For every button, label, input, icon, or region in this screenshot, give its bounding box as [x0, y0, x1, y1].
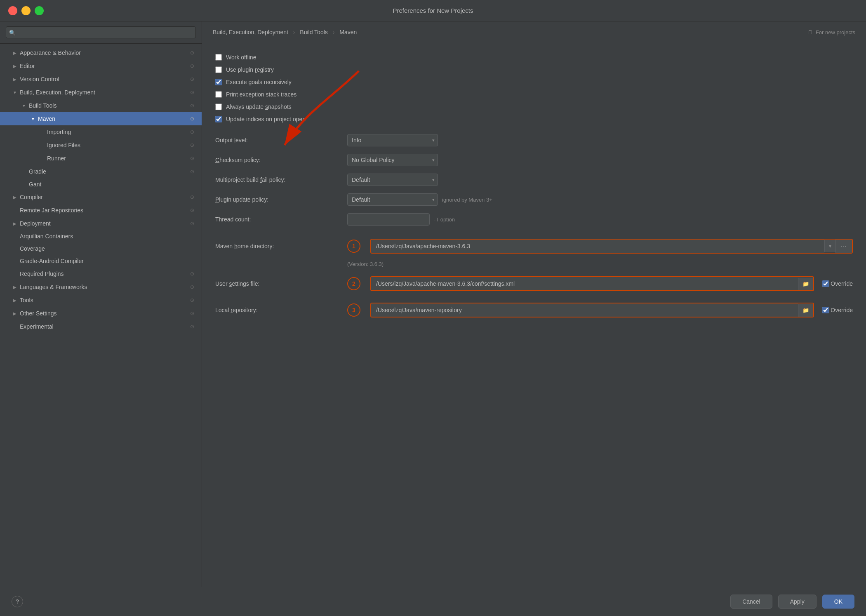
work-offline-label: Work offline	[226, 54, 256, 61]
minimize-button[interactable]	[21, 6, 31, 15]
close-button[interactable]	[8, 6, 17, 15]
sidebar-item-remote-jar[interactable]: Remote Jar Repositories ⊙	[0, 204, 202, 217]
execute-goals-row: Execute goals recursively	[215, 79, 853, 85]
sidebar-item-required-plugins[interactable]: Required Plugins ⊙	[0, 267, 202, 280]
apply-button[interactable]: Apply	[778, 595, 817, 609]
settings-icon: ⊙	[188, 128, 196, 136]
main-panel: Build, Execution, Deployment › Build Too…	[202, 21, 866, 587]
sidebar-item-editor[interactable]: ▶ Editor ⊙	[0, 59, 202, 73]
maven-home-row: Maven home directory: 1 ▾ ···	[215, 239, 853, 254]
sidebar-item-coverage[interactable]: Coverage	[0, 242, 202, 255]
settings-icon: ⊙	[188, 296, 196, 304]
plugin-registry-row: Use plugin registry	[215, 66, 853, 73]
sidebar-item-importing[interactable]: Importing ⊙	[0, 125, 202, 139]
maven-home-input[interactable]	[371, 240, 824, 253]
sidebar-item-runner[interactable]: Runner ⊙	[0, 152, 202, 165]
sidebar-item-deployment[interactable]: ▶ Deployment ⊙	[0, 217, 202, 230]
execute-goals-checkbox[interactable]	[215, 79, 222, 85]
sidebar-item-label: Other Settings	[20, 310, 188, 317]
footer-right: Cancel Apply OK	[730, 595, 854, 609]
for-new-projects-label: For new projects	[816, 29, 855, 35]
sidebar-item-ignored-files[interactable]: Ignored Files ⊙	[0, 139, 202, 152]
print-stack-checkbox[interactable]	[215, 91, 222, 98]
sidebar-item-experimental[interactable]: Experimental ⊙	[0, 320, 202, 333]
sidebar-item-label: Maven	[38, 115, 188, 122]
sidebar-item-tools[interactable]: ▶ Tools ⊙	[0, 294, 202, 307]
document-icon: 🗒	[808, 29, 813, 35]
sidebar-item-arquillian[interactable]: Arquillian Containers	[0, 230, 202, 242]
maven-home-dropdown-button[interactable]: ▾	[824, 240, 835, 252]
sidebar-item-label: Remote Jar Repositories	[20, 207, 188, 214]
sidebar-item-label: Languages & Frameworks	[20, 284, 188, 290]
step-1-badge: 1	[347, 240, 360, 253]
settings-icon: ⊙	[188, 193, 196, 201]
maven-home-browse-button[interactable]: ···	[835, 240, 852, 253]
multiproject-build-select[interactable]: Default Fail at end No fail	[347, 174, 438, 186]
maximize-button[interactable]	[35, 6, 44, 15]
sidebar-item-build-exec-deploy[interactable]: ▼ Build, Execution, Deployment ⊙	[0, 86, 202, 99]
settings-icon: ⊙	[188, 49, 196, 56]
sidebar-item-gradle[interactable]: Gradle ⊙	[0, 165, 202, 178]
user-settings-label: User settings file:	[215, 280, 347, 287]
work-offline-checkbox[interactable]	[215, 54, 222, 61]
sidebar-item-gant[interactable]: Gant	[0, 178, 202, 190]
sidebar-item-gradle-android[interactable]: Gradle-Android Compiler	[0, 255, 202, 267]
breadcrumb-part-2: Build Tools	[300, 29, 327, 35]
settings-icon: ⊙	[188, 283, 196, 291]
output-level-select[interactable]: Info Debug Error	[347, 134, 438, 146]
local-repo-override-wrapper: Override	[822, 307, 853, 313]
placeholder-arrow	[12, 270, 18, 277]
sidebar-item-version-control[interactable]: ▶ Version Control ⊙	[0, 73, 202, 86]
placeholder-arrow	[12, 207, 18, 214]
placeholder-arrow	[12, 323, 18, 330]
thread-count-row: Thread count: -T option	[215, 213, 853, 226]
local-repo-override-checkbox[interactable]	[822, 307, 829, 313]
settings-icon: ⊙	[188, 102, 196, 109]
sidebar-item-label: Compiler	[20, 194, 188, 200]
execute-goals-label: Execute goals recursively	[226, 79, 292, 85]
maven-home-label: Maven home directory:	[215, 243, 347, 249]
collapse-arrow-icon: ▶	[12, 76, 18, 82]
sidebar-item-label: Tools	[20, 297, 188, 303]
collapse-arrow-icon: ▶	[12, 220, 18, 227]
local-repo-input[interactable]	[371, 303, 798, 317]
update-indices-checkbox[interactable]	[215, 116, 222, 122]
collapse-arrow-icon: ▶	[12, 49, 18, 56]
settings-icon: ⊙	[188, 168, 196, 175]
placeholder-arrow	[12, 245, 18, 252]
thread-count-control: -T option	[347, 213, 853, 226]
sidebar-item-languages[interactable]: ▶ Languages & Frameworks ⊙	[0, 280, 202, 294]
plugin-registry-checkbox[interactable]	[215, 66, 222, 73]
settings-icon: ⊙	[188, 115, 196, 122]
thread-count-input[interactable]	[347, 213, 430, 226]
sidebar-item-label: Editor	[20, 63, 188, 69]
search-input[interactable]	[6, 26, 196, 38]
sidebar-item-compiler[interactable]: ▶ Compiler ⊙	[0, 190, 202, 204]
plugin-update-select[interactable]: Default Always Never	[347, 193, 438, 206]
placeholder-arrow	[39, 155, 45, 162]
collapse-arrow-icon: ▶	[12, 63, 18, 69]
user-settings-override-checkbox[interactable]	[822, 280, 829, 287]
local-repo-browse-button[interactable]: 📁	[798, 304, 813, 317]
sidebar-item-label: Arquillian Containers	[20, 233, 196, 240]
settings-icon: ⊙	[188, 310, 196, 317]
settings-content: Work offline Use plugin registry Execute…	[202, 43, 866, 587]
sidebar-item-label: Gant	[29, 181, 196, 188]
sidebar-item-build-tools[interactable]: ▼ Build Tools ⊙	[0, 99, 202, 112]
always-update-checkbox[interactable]	[215, 103, 222, 110]
work-offline-row: Work offline	[215, 54, 853, 61]
step-2-number: 2	[352, 280, 355, 287]
local-repo-label: Local repository:	[215, 307, 347, 313]
ok-button[interactable]: OK	[822, 595, 854, 609]
cancel-button[interactable]: Cancel	[730, 595, 772, 609]
sidebar-item-appearance[interactable]: ▶ Appearance & Behavior ⊙	[0, 46, 202, 59]
search-bar: 🔍	[0, 21, 202, 44]
local-repo-override-label: Override	[831, 307, 853, 313]
checksum-policy-select[interactable]: No Global Policy Fail Warn Ignore	[347, 154, 438, 166]
user-settings-input[interactable]	[371, 277, 798, 290]
sidebar-item-maven[interactable]: ▼ Maven ⊙	[0, 112, 202, 125]
sidebar-item-other-settings[interactable]: ▶ Other Settings ⊙	[0, 307, 202, 320]
user-settings-browse-button[interactable]: 📁	[798, 277, 813, 290]
help-button[interactable]: ?	[12, 596, 23, 607]
for-new-projects-badge: 🗒 For new projects	[808, 29, 855, 35]
